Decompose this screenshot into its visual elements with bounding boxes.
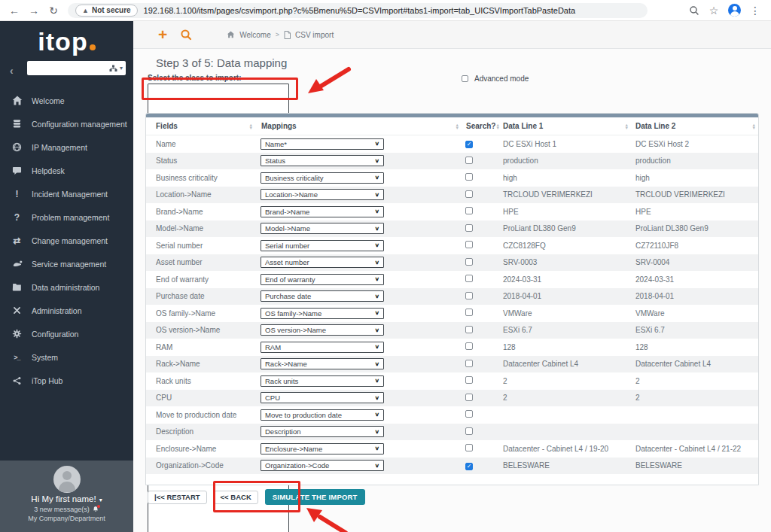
data-line-1-value: Datacenter - Cabinet L4 / 19-20: [503, 445, 608, 453]
user-avatar[interactable]: [53, 466, 81, 493]
sidebar-item-ip-management[interactable]: IP Management: [0, 135, 133, 159]
search-checkbox[interactable]: [465, 309, 473, 316]
search-checkbox[interactable]: [465, 376, 473, 384]
search-checkbox[interactable]: [465, 258, 473, 266]
mapping-select[interactable]: Rack units∨: [261, 375, 384, 387]
not-secure-chip[interactable]: ▲ Not secure: [75, 5, 138, 17]
browser-menu-icon[interactable]: ⋮: [745, 5, 765, 17]
mapping-select[interactable]: RAM∨: [261, 342, 384, 353]
sort-icon[interactable]: ▲▼: [625, 123, 629, 129]
sidebar-item-label: IP Management: [32, 143, 87, 152]
sidebar-item-welcome[interactable]: Welcome: [0, 89, 133, 112]
search-checkbox[interactable]: [465, 326, 473, 333]
sidebar-item-service-management[interactable]: Service management: [0, 252, 133, 275]
search-checkbox[interactable]: [465, 173, 473, 181]
mapping-select[interactable]: Organization->Code∨: [261, 460, 384, 471]
address-bar[interactable]: ▲ Not secure 192.168.1.100/itsm/pages/cs…: [68, 3, 648, 18]
logo-dot: [90, 44, 96, 50]
bookmark-star-icon[interactable]: ☆: [704, 5, 724, 17]
select-caret-icon: ∨: [374, 344, 379, 350]
mapping-select[interactable]: Status∨: [261, 155, 384, 166]
page-title: Step 3 of 5: Data mapping: [156, 56, 287, 69]
search-checkbox[interactable]: [465, 444, 473, 451]
sidebar-collapse-icon[interactable]: ‹: [10, 65, 14, 77]
mapping-select[interactable]: Model->Name∨: [261, 223, 384, 234]
mapping-select[interactable]: OS version->Name∨: [261, 324, 384, 336]
sidebar-item-system[interactable]: >_System: [0, 345, 133, 369]
mapping-select[interactable]: OS family->Name∨: [261, 308, 384, 319]
field-name: Rack units: [156, 377, 191, 385]
search-checkbox[interactable]: ✓: [465, 141, 473, 148]
sort-icon[interactable]: ▲▼: [752, 123, 756, 129]
sidebar-item-change-management[interactable]: ⇄Change management: [0, 229, 133, 252]
sidebar-item-problem-management[interactable]: ?Problem management: [0, 205, 133, 229]
field-name: OS version->Name: [156, 326, 220, 334]
mapping-select[interactable]: Name*∨: [261, 138, 384, 150]
search-checkbox[interactable]: [465, 241, 473, 248]
restart-button[interactable]: |<< RESTART: [148, 491, 207, 504]
global-search-icon[interactable]: [180, 29, 192, 41]
mapping-select[interactable]: Description∨: [261, 426, 384, 437]
notification-bell-icon[interactable]: [92, 506, 99, 513]
simulate-import-button[interactable]: SIMULATE THE IMPORT: [265, 489, 365, 505]
select-caret-icon: ∨: [374, 208, 379, 214]
sidebar-item-administration[interactable]: Administration: [0, 299, 133, 322]
breadcrumb-csv-import[interactable]: CSV import: [295, 31, 334, 39]
browser-reload-icon[interactable]: ↻: [44, 5, 63, 17]
home-icon: [227, 31, 235, 38]
mapping-select[interactable]: Enclosure->Name∨: [261, 443, 384, 454]
browser-back-icon[interactable]: ←: [5, 5, 24, 17]
search-checkbox[interactable]: [465, 207, 473, 214]
itop-logo: itop: [0, 21, 133, 56]
search-checkbox[interactable]: [465, 394, 473, 401]
search-checkbox[interactable]: [465, 157, 473, 164]
search-checkbox[interactable]: [465, 360, 473, 367]
search-checkbox[interactable]: [465, 427, 473, 435]
search-checkbox[interactable]: [465, 342, 473, 350]
new-messages-text[interactable]: 3 new message(s): [34, 506, 90, 513]
table-row: DescriptionDescription∨: [146, 424, 758, 441]
search-checkbox[interactable]: [465, 224, 473, 232]
mapping-select[interactable]: Asset number∨: [261, 257, 384, 268]
new-object-button[interactable]: +: [158, 27, 167, 42]
search-checkbox[interactable]: [465, 275, 473, 282]
mapping-select[interactable]: CPU∨: [261, 392, 384, 403]
data-line-1-value: SRV-0003: [503, 258, 537, 266]
page-zoom-icon[interactable]: [689, 5, 699, 16]
user-greeting[interactable]: Hi My first name!▾: [0, 494, 133, 503]
organization-tree-icon[interactable]: [109, 62, 117, 75]
browser-forward-icon[interactable]: →: [24, 5, 44, 17]
search-checkbox[interactable]: [465, 292, 473, 299]
sort-icon[interactable]: ▲▼: [456, 123, 459, 129]
mapping-select[interactable]: Rack->Name∨: [261, 358, 384, 369]
browser-profile-icon[interactable]: [728, 4, 741, 17]
sidebar-item-incident-management[interactable]: !Incident Management: [0, 182, 133, 205]
search-checkbox[interactable]: [465, 190, 473, 198]
sidebar-item-label: System: [32, 353, 58, 362]
field-name: Location->Name: [156, 190, 212, 199]
mapping-select[interactable]: Purchase date∨: [261, 290, 384, 302]
breadcrumb-welcome[interactable]: Welcome: [239, 31, 271, 39]
sort-icon[interactable]: ▲▼: [249, 123, 253, 129]
chevron-down-icon[interactable]: ▾: [120, 65, 123, 71]
mapping-select[interactable]: Location->Name∨: [261, 189, 384, 200]
sidebar-item-data-administration[interactable]: Data administration: [0, 275, 133, 299]
sidebar-search-input[interactable]: [27, 62, 109, 74]
mapping-select[interactable]: Brand->Name∨: [261, 206, 384, 217]
mapping-select[interactable]: Serial number∨: [261, 240, 384, 251]
mapping-select[interactable]: End of warranty∨: [261, 274, 384, 285]
search-checkbox[interactable]: ✓: [465, 463, 473, 470]
main-content: + Welcome > CSV import Step 3 of 5: Data…: [133, 21, 771, 532]
search-checkbox[interactable]: [465, 410, 473, 418]
select-caret-icon: ∨: [374, 395, 379, 401]
mapping-select[interactable]: Business criticality∨: [261, 172, 384, 184]
mapping-select[interactable]: Move to production date∨: [261, 409, 384, 421]
sidebar-item-configuration[interactable]: Configuration: [0, 322, 133, 345]
sidebar-item-configuration-management[interactable]: Configuration management: [0, 112, 133, 135]
advanced-mode-checkbox[interactable]: [462, 75, 468, 82]
sidebar-item-itop-hub[interactable]: iTop Hub: [0, 369, 133, 392]
folder-icon: [11, 283, 23, 291]
sidebar-item-helpdesk[interactable]: Helpdesk: [0, 159, 133, 182]
select-caret-icon: ∨: [374, 361, 379, 367]
back-button[interactable]: << BACK: [214, 491, 258, 504]
